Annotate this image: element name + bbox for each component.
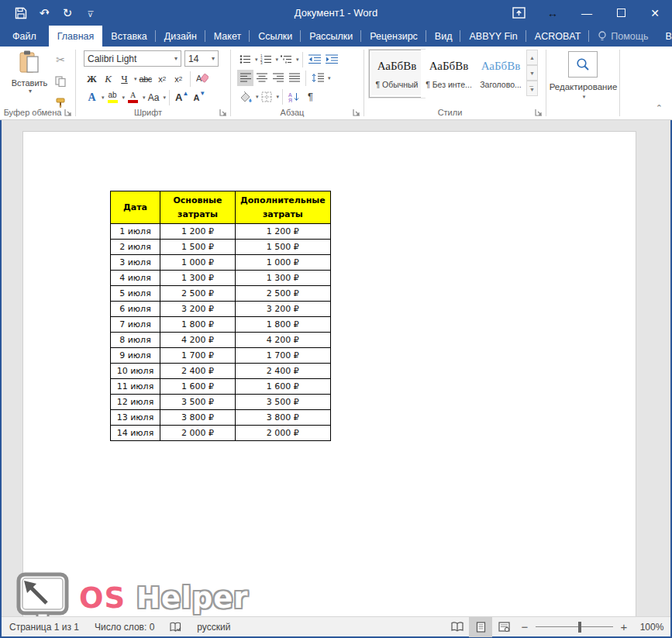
tab-рецензирс[interactable]: Рецензирс (361, 26, 426, 47)
multilevel-caret-icon[interactable]: ▾ (296, 57, 299, 63)
editing-caret-icon[interactable]: ▾ (548, 94, 620, 100)
grow-font-button[interactable]: А▲ (173, 89, 191, 105)
table-cell[interactable]: 13 июля (111, 410, 160, 426)
font-name-combobox[interactable]: Calibri Light ▾ (84, 50, 181, 67)
table-cell[interactable]: 3 июля (111, 255, 160, 271)
tab-рассылки[interactable]: Рассылки (301, 26, 361, 47)
paragraph-dialog-launcher-icon[interactable] (353, 109, 361, 117)
table-cell[interactable]: 1 июля (111, 224, 160, 240)
minimize-button[interactable]: — (570, 0, 604, 26)
paste-button[interactable]: Вставить ▾ (8, 50, 51, 110)
table-cell[interactable]: 3 500 ₽ (160, 395, 236, 410)
zoom-level[interactable]: 100% (633, 622, 670, 633)
styles-dialog-launcher-icon[interactable] (535, 109, 543, 117)
table-cell[interactable]: 1 600 ₽ (236, 379, 331, 395)
table-cell[interactable]: 2 400 ₽ (160, 364, 236, 379)
table-cell[interactable]: 12 июля (111, 395, 160, 410)
find-button[interactable] (568, 51, 598, 78)
ribbon-display-options-icon[interactable] (501, 0, 536, 26)
zoom-out-button[interactable]: − (520, 620, 529, 633)
table-cell[interactable]: 3 800 ₽ (236, 410, 331, 426)
font-dialog-launcher-icon[interactable] (219, 109, 228, 117)
tab-вход[interactable]: Вход (657, 26, 672, 47)
customize-quick-access-icon[interactable]: ─˅ (81, 4, 101, 22)
table-cell[interactable]: 2 июля (111, 240, 160, 255)
maximize-button[interactable] (604, 0, 638, 26)
copy-icon[interactable] (51, 73, 70, 90)
align-left-button[interactable] (237, 70, 253, 86)
page-indicator[interactable]: Страница 1 из 1 (2, 622, 87, 633)
table-cell[interactable]: 1 000 ₽ (236, 255, 331, 271)
word-count[interactable]: Число слов: 0 (87, 622, 162, 633)
save-icon[interactable] (11, 4, 31, 22)
clipboard-dialog-launcher-icon[interactable] (64, 109, 73, 117)
table-cell[interactable]: 2 000 ₽ (236, 426, 331, 441)
styles-gallery-more-icon[interactable]: ─▼ (526, 81, 538, 96)
style-card-1[interactable]: АаБбВв¶ Обычный (369, 50, 425, 98)
bullets-icon[interactable] (237, 51, 253, 67)
table-cell[interactable]: 2 500 ₽ (160, 286, 236, 302)
table-cell[interactable]: 1 000 ₽ (160, 255, 236, 271)
decrease-indent-icon[interactable] (306, 51, 323, 67)
close-button[interactable]: ✕ (638, 0, 672, 26)
table-header-cell[interactable]: Основные затраты (160, 191, 236, 224)
web-layout-icon[interactable] (492, 617, 515, 637)
superscript-button[interactable]: x2 (171, 71, 187, 87)
tab-abbyy-fin[interactable]: ABBYY Fin (460, 26, 526, 47)
zoom-slider[interactable] (536, 617, 613, 637)
tab-помощь[interactable]: Помощь (589, 26, 656, 47)
tab-вставка[interactable]: Вставка (102, 26, 155, 47)
table-cell[interactable]: 2 000 ₽ (160, 426, 236, 441)
document-page[interactable]: ДатаОсновные затратыДополнительные затра… (22, 131, 636, 616)
cut-icon[interactable]: ✂ (51, 51, 70, 68)
subscript-button[interactable]: x2 (154, 71, 171, 87)
sort-icon[interactable]: АЯ (286, 88, 302, 105)
style-card-3[interactable]: АаБбВвЗаголово... (473, 50, 529, 98)
styles-scroll-up-icon[interactable]: ▲ (526, 50, 538, 65)
proofing-status-icon[interactable] (162, 622, 189, 633)
font-size-combobox[interactable]: 14 ▾ (184, 50, 219, 67)
table-cell[interactable]: 7 июля (111, 317, 160, 333)
table-cell[interactable]: 1 800 ₽ (236, 317, 331, 333)
table-cell[interactable]: 14 июля (111, 426, 160, 441)
table-cell[interactable]: 1 700 ₽ (236, 348, 331, 364)
shading-icon[interactable] (237, 88, 254, 105)
tab-ссылки[interactable]: Ссылки (250, 26, 301, 47)
italic-button[interactable]: К (100, 71, 116, 87)
justify-button[interactable] (286, 70, 302, 86)
table-cell[interactable]: 3 800 ₽ (160, 410, 236, 426)
undo-icon[interactable]: ↶▾ (34, 4, 54, 22)
table-cell[interactable]: 6 июля (111, 302, 160, 317)
table-cell[interactable]: 1 300 ₽ (236, 271, 331, 286)
table-header-cell[interactable]: Дата (111, 191, 160, 224)
align-center-button[interactable] (253, 70, 270, 86)
tab-файл[interactable]: Файл (0, 26, 49, 47)
table-cell[interactable]: 1 200 ₽ (160, 224, 236, 240)
borders-caret-icon[interactable]: ▾ (277, 94, 280, 100)
redo-icon[interactable]: ↻ (57, 4, 78, 22)
table-cell[interactable]: 3 200 ₽ (160, 302, 236, 317)
shrink-font-button[interactable]: А▼ (191, 89, 208, 105)
line-spacing-caret-icon[interactable]: ▾ (328, 75, 331, 81)
table-cell[interactable]: 1 700 ₽ (160, 348, 236, 364)
increase-indent-icon[interactable] (323, 51, 340, 67)
table-cell[interactable]: 11 июля (111, 379, 160, 395)
pilcrow-icon[interactable]: ¶ (302, 88, 319, 105)
tab-дизайн[interactable]: Дизайн (156, 26, 205, 47)
table-cell[interactable]: 4 июля (111, 271, 160, 286)
language-indicator[interactable]: русский (189, 622, 238, 633)
line-spacing-icon[interactable] (309, 70, 326, 86)
bold-button[interactable]: Ж (84, 71, 100, 87)
table-cell[interactable]: 4 200 ₽ (160, 333, 236, 348)
table-cell[interactable]: 1 200 ₽ (236, 224, 331, 240)
table-cell[interactable]: 2 400 ₽ (236, 364, 331, 379)
read-mode-icon[interactable] (446, 617, 469, 637)
table-cell[interactable]: 1 500 ₽ (236, 240, 331, 255)
borders-icon[interactable] (259, 88, 275, 105)
table-cell[interactable]: 8 июля (111, 333, 160, 348)
table-cell[interactable]: 4 200 ₽ (236, 333, 331, 348)
table-cell[interactable]: 9 июля (111, 348, 160, 364)
table-cell[interactable]: 1 600 ₽ (160, 379, 236, 395)
tab-вид[interactable]: Вид (426, 26, 461, 47)
table-header-cell[interactable]: Дополнительные затраты (236, 191, 331, 224)
